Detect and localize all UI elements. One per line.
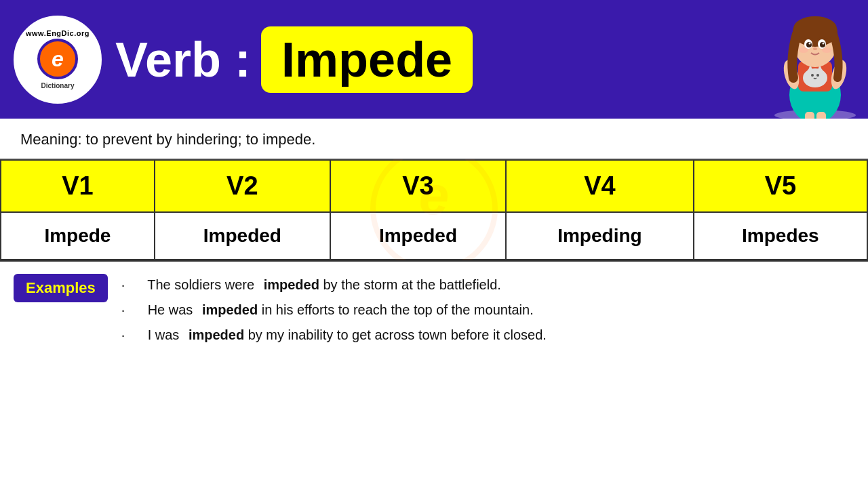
cell-v2: Impeded xyxy=(155,212,330,260)
cell-v5: Impedes xyxy=(694,212,867,260)
svg-point-23 xyxy=(799,47,808,53)
example-3: · I was impeded by my inability to get a… xyxy=(121,324,547,346)
word-badge: Impede xyxy=(261,26,473,93)
logo-url-top: www.EngDic.org xyxy=(26,29,90,37)
examples-list: · The soldiers were impeded by the storm… xyxy=(121,274,547,346)
character-illustration xyxy=(763,0,868,119)
svg-point-5 xyxy=(803,68,827,87)
svg-point-10 xyxy=(811,74,814,77)
bullet-2: · He was xyxy=(121,302,197,317)
suffix-1: by the storm at the battlefield. xyxy=(319,277,501,292)
col-header-v2: V2 xyxy=(155,160,330,212)
examples-section: Examples · The soldiers were impeded by … xyxy=(0,260,868,359)
verb-table: V1 V2 V3 V4 V5 Impede Impeded Impeded Im… xyxy=(0,159,868,260)
logo-e-circle: e xyxy=(37,39,78,79)
svg-point-20 xyxy=(809,43,811,45)
suffix-3: by my inability to get across town befor… xyxy=(244,327,547,342)
header: www.EngDic.org e Dictionary Verb : Imped… xyxy=(0,0,868,119)
svg-rect-25 xyxy=(805,112,814,119)
suffix-2: in his efforts to reach the top of the m… xyxy=(258,302,534,317)
examples-badge: Examples xyxy=(14,274,108,302)
svg-point-11 xyxy=(816,74,819,77)
svg-point-24 xyxy=(822,47,831,53)
svg-rect-26 xyxy=(816,112,826,119)
bullet-3: · I was xyxy=(121,327,183,342)
col-header-v4: V4 xyxy=(506,160,694,212)
col-header-v5: V5 xyxy=(694,160,867,212)
logo-url-bottom: Dictionary xyxy=(41,82,75,89)
col-header-v1: V1 xyxy=(1,160,155,212)
logo: www.EngDic.org e Dictionary xyxy=(14,16,102,104)
cell-v3: Impeded xyxy=(330,212,506,260)
svg-point-21 xyxy=(823,43,825,45)
example-1: · The soldiers were impeded by the storm… xyxy=(121,274,547,296)
bold-2: impeded xyxy=(202,302,258,317)
svg-point-15 xyxy=(793,16,837,41)
verb-label: Verb : xyxy=(115,32,251,87)
bold-1: impeded xyxy=(264,277,319,292)
cell-v1: Impede xyxy=(1,212,155,260)
example-2: · He was impeded in his efforts to reach… xyxy=(121,299,547,321)
svg-point-22 xyxy=(813,47,817,50)
cell-v4: Impeding xyxy=(506,212,694,260)
bullet-1: · The soldiers were xyxy=(121,277,258,292)
col-header-v3: V3 xyxy=(330,160,506,212)
header-title: Verb : Impede xyxy=(102,26,854,93)
meaning-section: Meaning: to prevent by hindering; to imp… xyxy=(0,119,868,159)
bold-3: impeded xyxy=(189,327,244,342)
table-wrapper: e V1 V2 V3 V4 V5 Impede Impeded Impeded … xyxy=(0,159,868,260)
logo-e-letter: e xyxy=(52,47,64,72)
meaning-text: Meaning: to prevent by hindering; to imp… xyxy=(20,131,315,148)
word-text: Impede xyxy=(281,32,452,87)
